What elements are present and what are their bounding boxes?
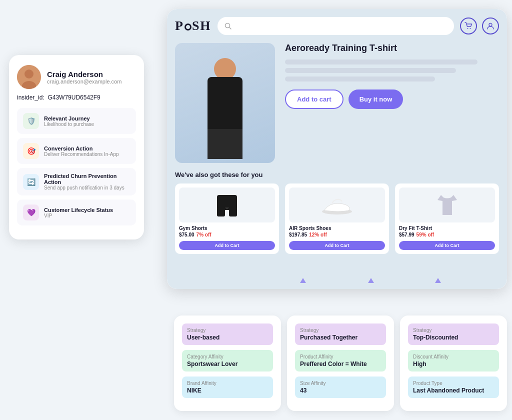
strat-value-strategy-1: Purchased Together [300, 334, 381, 341]
user-icon[interactable] [482, 18, 499, 34]
phone-info-card-1: 🎯 Conversion Action Deliver Recommendati… [17, 138, 136, 164]
svg-rect-10 [229, 208, 237, 216]
reco-cart-button-2[interactable]: Add to Cart [399, 241, 495, 250]
svg-rect-9 [217, 208, 225, 216]
strat-tag-2-2: Discount Affinity High [408, 350, 499, 372]
strategy-card-2: Strategy Top-Discounted Discount Affinit… [400, 316, 507, 411]
info-sub-0: Likelihood to purchase [44, 122, 94, 127]
phone-card: Craig Anderson craig.anderson@example.co… [9, 55, 144, 240]
reco-price-0: $75.00 [179, 232, 194, 238]
strat-tag-strategy-0: Strategy User-based [182, 324, 273, 345]
reco-items: Gym Shorts $75.00 7% off Add to Cart AIR… [175, 184, 499, 254]
strat-tag-3-1: Size Affinity 43 [295, 376, 386, 398]
reco-name-2: Dry Fit T-Shirt [399, 226, 495, 231]
svg-point-6 [470, 28, 471, 29]
info-icon-1: 🎯 [23, 143, 39, 159]
info-sub-2: Send app push notification in 3 days [44, 185, 130, 190]
strat-label-2-1: Product Affinity [300, 354, 381, 360]
reco-title: We've also got these for you [175, 171, 499, 178]
reco-price-2: $57.99 [399, 232, 414, 238]
strategy-card-0: Strategy User-based Category Affinity Sp… [174, 316, 281, 411]
reco-name-0: Gym Shorts [179, 226, 275, 231]
reco-item-1: AIR Sports Shoes $197.85 12% off Add to … [285, 184, 389, 254]
reco-price-row-0: $75.00 7% off [179, 232, 275, 238]
strat-label-strategy-0: Strategy [187, 328, 268, 333]
reco-discount-1: 12% off [309, 232, 327, 238]
reco-price-row-2: $57.99 59% off [399, 232, 495, 238]
info-title-2: Predicted Churn Prevention Action [44, 173, 130, 185]
strat-value-2-0: Sportswear Lover [187, 360, 268, 368]
add-to-cart-button[interactable]: Add to cart [285, 90, 344, 109]
product-desc-lines [285, 60, 499, 82]
strat-label-3-1: Size Affinity [300, 380, 381, 386]
avatar [17, 65, 41, 89]
strat-label-3-2: Product Type [413, 380, 494, 386]
header-icons [460, 18, 499, 34]
insider-id-row: insider_id: G43W79UD6542F9 [17, 94, 136, 101]
info-title-3: Customer Lifecycle Status [44, 207, 113, 213]
product-title: Aeroready Training T-shirt [285, 43, 499, 54]
reco-discount-2: 59% off [416, 232, 434, 238]
reco-cart-button-1[interactable]: Add to Cart [289, 241, 385, 250]
arrow-2 [368, 278, 374, 283]
strat-value-2-1: Preffered Color = White [300, 360, 381, 368]
info-title-1: Conversion Action [44, 146, 119, 152]
reco-name-1: AIR Sports Shoes [289, 226, 385, 231]
info-icon-2: 🔄 [23, 174, 39, 190]
insider-id-value: G43W79UD6542F9 [48, 94, 100, 101]
product-image [175, 43, 275, 163]
reco-item-2: Dry Fit T-Shirt $57.99 59% off Add to Ca… [395, 184, 499, 254]
arrow-1 [300, 278, 306, 283]
person-body [208, 77, 242, 132]
svg-point-7 [489, 24, 492, 26]
store-header: PSH [175, 17, 499, 35]
info-icon-0: 🛡️ [23, 113, 39, 129]
posh-logo: PSH [175, 18, 212, 34]
reco-price-1: $197.85 [289, 232, 307, 238]
search-icon [224, 22, 232, 30]
reco-price-row-1: $197.85 12% off [289, 232, 385, 238]
buy-now-button[interactable]: Buy it now [348, 90, 404, 109]
strat-label-3-0: Brand Affinity [187, 380, 268, 386]
strategy-card-1: Strategy Purchased Together Product Affi… [287, 316, 394, 411]
browser-frame: PSH [167, 9, 507, 289]
phone-info-card-0: 🛡️ Relevant Journey Likelihood to purcha… [17, 108, 136, 134]
reco-cart-button-0[interactable]: Add to Cart [179, 241, 275, 250]
svg-point-5 [468, 28, 468, 29]
strat-label-strategy-2: Strategy [413, 328, 494, 333]
info-title-0: Relevant Journey [44, 116, 94, 122]
strat-label-2-2: Discount Affinity [413, 354, 494, 360]
phone-info-card-2: 🔄 Predicted Churn Prevention Action Send… [17, 168, 136, 196]
desc-line-1 [285, 60, 478, 64]
phone-header: Craig Anderson craig.anderson@example.co… [17, 65, 136, 89]
strat-tag-2-1: Product Affinity Preffered Color = White [295, 350, 386, 372]
strat-value-3-2: Last Abandoned Product [413, 387, 494, 394]
desc-line-2 [285, 68, 456, 73]
svg-point-1 [24, 70, 34, 78]
strat-tag-strategy-2: Strategy Top-Discounted [408, 324, 499, 345]
product-details: Aeroready Training T-shirt Add to cart B… [285, 43, 499, 163]
user-email: craig.anderson@example.com [47, 78, 122, 84]
svg-line-4 [229, 28, 231, 30]
cart-icon[interactable] [460, 18, 477, 34]
strat-tag-strategy-1: Strategy Purchased Together [295, 324, 386, 345]
reco-img-2 [399, 188, 495, 222]
strat-value-3-1: 43 [300, 387, 381, 394]
desc-line-3 [285, 76, 435, 82]
strat-tag-2-0: Category Affinity Sportswear Lover [182, 350, 273, 372]
product-buttons: Add to cart Buy it now [285, 90, 499, 109]
user-name: Craig Anderson [47, 70, 122, 78]
phone-cards-container: 🛡️ Relevant Journey Likelihood to purcha… [17, 108, 136, 226]
strategy-section: Strategy User-based Category Affinity Sp… [174, 316, 507, 411]
strat-label-strategy-1: Strategy [300, 328, 381, 333]
person-legs [208, 129, 242, 159]
strat-tag-3-2: Product Type Last Abandoned Product [408, 376, 499, 398]
strat-label-2-0: Category Affinity [187, 354, 268, 360]
product-figure [192, 53, 258, 163]
search-bar[interactable] [218, 17, 454, 35]
strat-value-strategy-2: Top-Discounted [413, 334, 494, 341]
info-icon-3: 💜 [23, 204, 39, 220]
product-area: Aeroready Training T-shirt Add to cart B… [175, 43, 499, 163]
phone-info-card-3: 💜 Customer Lifecycle Status VIP [17, 200, 136, 226]
strat-value-2-2: High [413, 360, 494, 368]
